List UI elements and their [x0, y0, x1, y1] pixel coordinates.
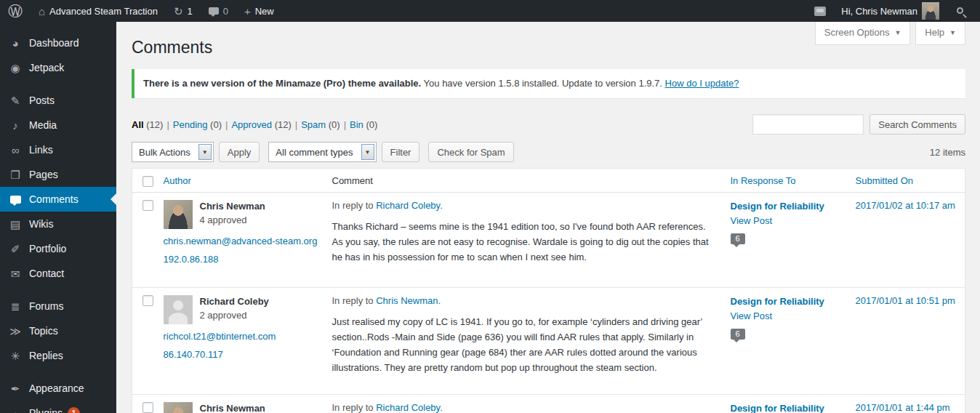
- post-title-link[interactable]: Design for Reliability: [731, 200, 841, 214]
- wordpress-logo-icon[interactable]: Ⓦ: [0, 0, 31, 22]
- envelope-icon: ✉: [8, 268, 23, 279]
- updates-menu[interactable]: ↻ 1: [166, 0, 201, 22]
- filter-button[interactable]: Filter: [382, 142, 420, 162]
- sidebar-item-appearance[interactable]: ✒ Appearance: [0, 376, 116, 401]
- sidebar-item-links[interactable]: ∞ Links: [0, 137, 116, 162]
- dashboard-icon: ◕: [8, 38, 23, 49]
- filter-spam[interactable]: Spam (0): [301, 119, 340, 130]
- greeting: Hi, Chris Newman: [841, 6, 917, 17]
- select-all-checkbox[interactable]: [142, 176, 153, 187]
- pushpin-icon: ✎: [8, 95, 23, 106]
- in-reply-to-link[interactable]: Richard Coleby.: [376, 402, 443, 413]
- sidebar-item-wikis[interactable]: ▤ Wikis: [0, 212, 116, 236]
- notification-icon[interactable]: [814, 7, 826, 16]
- plug-icon: ⌁: [8, 408, 23, 413]
- sort-submitted-on-header[interactable]: Submitted On: [856, 175, 914, 186]
- update-count: 1: [188, 6, 193, 17]
- submitted-date-link[interactable]: 2017/01/01 at 10:51 pm: [856, 295, 955, 306]
- status-filters: All (12)|Pending (0)|Approved (12)|Spam …: [132, 119, 377, 135]
- account-menu[interactable]: Hi, Chris Newman: [833, 0, 947, 22]
- filter-all[interactable]: All (12): [132, 119, 163, 130]
- author-ip-link[interactable]: 192.0.86.188: [164, 252, 318, 267]
- sort-author-header[interactable]: Author: [164, 175, 191, 186]
- chevron-down-icon: ▼: [949, 29, 956, 36]
- author-email-link[interactable]: chris.newman@advanced-steam.org: [164, 234, 318, 249]
- author-name: Richard Coleby: [200, 295, 269, 308]
- author-email-link[interactable]: richcol.t21@btinternet.com: [164, 329, 318, 344]
- comments-table: Author Comment In Response To Submitted …: [132, 168, 965, 413]
- filter-pending[interactable]: Pending (0): [173, 119, 222, 130]
- new-menu[interactable]: + New: [236, 0, 282, 22]
- topics-icon: ≫: [8, 326, 23, 337]
- comment-bubble-icon: [209, 7, 219, 15]
- submitted-date-link[interactable]: 2017/01/01 at 1:44 pm: [856, 402, 950, 413]
- screen-options-button[interactable]: Screen Options ▼: [815, 22, 911, 45]
- search-icon[interactable]: [947, 0, 976, 22]
- paintbrush-icon: ✒: [8, 383, 23, 394]
- author-avatar: [164, 200, 193, 229]
- sidebar-item-forums[interactable]: ≣ Forums: [0, 294, 116, 318]
- sidebar-item-media[interactable]: ♪ Media: [0, 113, 116, 137]
- pages-icon: ❐: [8, 169, 23, 180]
- search-comments-input[interactable]: [752, 114, 864, 135]
- comment-text: Thanks Richard – seems mine is the 1941 …: [332, 219, 716, 265]
- sidebar-item-pages[interactable]: ❐ Pages: [0, 162, 116, 187]
- view-post-link[interactable]: View Post: [731, 215, 841, 226]
- row-checkbox[interactable]: [142, 200, 153, 211]
- approved-count: 2 approved: [200, 308, 269, 324]
- in-reply-to-link[interactable]: Richard Coleby.: [376, 200, 443, 211]
- plugins-update-badge: 1: [68, 407, 80, 413]
- filter-approved[interactable]: Approved (12): [231, 119, 291, 130]
- sidebar-item-contact[interactable]: ✉ Contact: [0, 261, 116, 286]
- chevron-down-icon: ▼: [894, 29, 901, 36]
- notice-bold-text: There is a new version of the Minamaze (…: [143, 78, 421, 89]
- bee-icon: ✳: [8, 350, 23, 361]
- comment-header: Comment: [332, 175, 373, 186]
- approved-count: 4 approved: [200, 213, 265, 228]
- magnifier-glyph: [957, 7, 963, 14]
- comment-row: Chris Newman 4 approved chris.newman@adv…: [132, 193, 965, 288]
- comment-count-bubble[interactable]: 6: [731, 233, 745, 244]
- in-reply-to-link[interactable]: Chris Newman.: [376, 295, 441, 306]
- post-title-link[interactable]: Design for Reliability: [731, 295, 841, 309]
- post-title-link[interactable]: Design for Reliability: [731, 402, 841, 413]
- help-button[interactable]: Help ▼: [915, 22, 965, 45]
- comment-row: Richard Coleby 2 approved richcol.t21@bt…: [132, 288, 965, 395]
- sidebar-item-dashboard[interactable]: ◕ Dashboard: [0, 31, 116, 55]
- comments-menu[interactable]: 0: [201, 0, 236, 22]
- submitted-date-link[interactable]: 2017/01/02 at 10:17 am: [856, 200, 955, 211]
- check-for-spam-button[interactable]: Check for Spam: [428, 142, 513, 162]
- admin-bar: Ⓦ ⌂ Advanced Steam Traction ↻ 1 0 + New …: [0, 0, 980, 22]
- apply-button[interactable]: Apply: [219, 142, 260, 162]
- sidebar-item-replies[interactable]: ✳ Replies: [0, 343, 116, 368]
- sidebar-item-jetpack[interactable]: ◉ Jetpack: [0, 55, 116, 80]
- current-item-arrow: [105, 193, 116, 205]
- row-checkbox[interactable]: [142, 295, 153, 306]
- sidebar-item-plugins[interactable]: ⌁ Plugins 1: [0, 401, 116, 413]
- plus-icon: +: [244, 6, 251, 17]
- comments-bubble-icon: [8, 194, 23, 205]
- comment-types-select[interactable]: All comment types ▼: [268, 142, 376, 162]
- search-comments-button[interactable]: Search Comments: [869, 114, 965, 135]
- sidebar-item-portfolio[interactable]: ✐ Portfolio: [0, 236, 116, 261]
- chevron-down-icon: ▼: [361, 144, 374, 160]
- bulk-actions-select[interactable]: Bulk Actions ▼: [132, 142, 214, 162]
- sort-in-response-to-header[interactable]: In Response To: [731, 175, 796, 186]
- comment-count-bubble[interactable]: 6: [731, 329, 745, 340]
- book-icon: ▤: [8, 219, 23, 230]
- chevron-down-icon: ▼: [198, 144, 212, 160]
- author-name: Chris Newman: [200, 402, 265, 413]
- sidebar-item-posts[interactable]: ✎ Posts: [0, 88, 116, 113]
- author-ip-link[interactable]: 86.140.70.117: [164, 348, 318, 362]
- sidebar-item-comments[interactable]: Comments: [0, 187, 116, 212]
- jetpack-icon: ◉: [8, 63, 23, 73]
- filter-bin[interactable]: Bin (0): [350, 119, 377, 130]
- main-content: Screen Options ▼ Help ▼ Comments There i…: [116, 22, 980, 413]
- sidebar-item-topics[interactable]: ≫ Topics: [0, 318, 116, 343]
- row-checkbox[interactable]: [142, 402, 153, 413]
- view-post-link[interactable]: View Post: [731, 310, 841, 321]
- comment-row: Chris Newman 4 approved In reply to Rich…: [132, 395, 965, 413]
- author-name: Chris Newman: [200, 200, 265, 213]
- site-menu[interactable]: ⌂ Advanced Steam Traction: [31, 0, 166, 22]
- how-do-i-update-link[interactable]: How do I update?: [665, 78, 739, 89]
